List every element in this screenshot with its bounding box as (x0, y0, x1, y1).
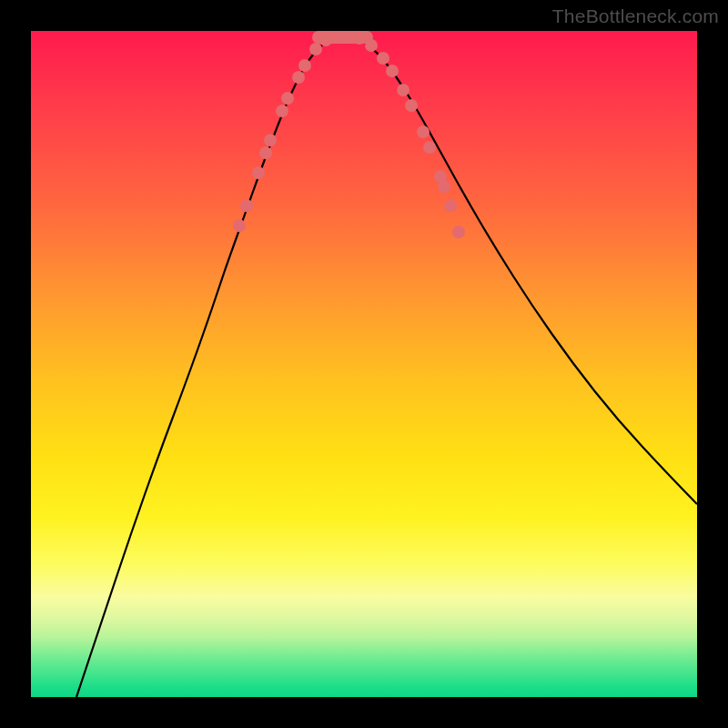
curve-path (76, 35, 697, 697)
sample-dot (276, 105, 288, 117)
sample-dot (292, 71, 305, 84)
sample-dot (438, 180, 450, 193)
sample-dot (377, 52, 389, 65)
sample-dot (298, 59, 311, 72)
sample-dot (417, 126, 430, 138)
sample-dot (264, 134, 277, 147)
sample-dot (252, 167, 265, 179)
sample-dot (444, 199, 457, 212)
sample-dot (353, 32, 366, 45)
plot-area (31, 31, 697, 697)
sample-dot (405, 99, 418, 112)
sample-dot (365, 39, 378, 52)
chart-svg (31, 31, 697, 697)
sample-dot (259, 147, 272, 159)
sample-dot (423, 141, 436, 154)
sample-dot (319, 34, 332, 46)
sample-dot (240, 199, 253, 212)
bottleneck-curve (76, 35, 697, 697)
watermark-text: TheBottleneck.com (552, 5, 719, 27)
sample-dot (386, 65, 399, 77)
sample-dot (452, 226, 465, 238)
sample-dot (281, 92, 294, 105)
sample-dot (233, 219, 246, 232)
sample-dot (397, 84, 410, 96)
sample-dot (309, 43, 322, 56)
chart-frame: TheBottleneck.com (0, 0, 728, 728)
